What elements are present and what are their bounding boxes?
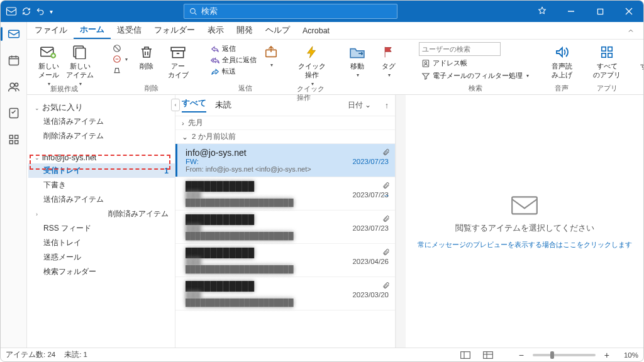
- inbox-unread-count: 1: [164, 167, 169, 175]
- svg-rect-29: [483, 351, 492, 358]
- folder-deleted[interactable]: ›削除済みアイテム: [28, 207, 175, 221]
- tab-all[interactable]: すべて: [182, 98, 206, 112]
- zoom-in-button[interactable]: +: [604, 350, 609, 360]
- forward-button[interactable]: 転送: [208, 66, 259, 77]
- tab-unread[interactable]: 未読: [215, 100, 231, 111]
- rail-more-icon[interactable]: [6, 131, 22, 148]
- msg-date: 2023/07/23: [352, 158, 389, 165]
- svg-rect-2: [597, 9, 602, 14]
- fav-deleted-items[interactable]: 削除済みアイテム: [28, 129, 175, 143]
- menu-folder[interactable]: フォルダー: [148, 23, 201, 38]
- status-unread-count: 未読: 1: [64, 350, 87, 359]
- rail-calendar-icon[interactable]: [6, 52, 22, 69]
- reply-all-button[interactable]: 全員に返信: [208, 55, 259, 65]
- send-receive-all-button[interactable]: すべてのフォルダー を送受信: [637, 42, 644, 90]
- favorites-header[interactable]: ⌄お気に入り: [28, 99, 175, 114]
- share-button[interactable]: [260, 42, 282, 69]
- message-item[interactable]: ███████████ ███2023/03/20 ██████████████…: [175, 277, 395, 310]
- folder-search[interactable]: 検索フォルダー: [28, 265, 175, 279]
- svg-rect-15: [608, 47, 612, 51]
- reading-preview-link[interactable]: 常にメッセージのプレビューを表示する場合はここをクリックします: [418, 240, 632, 250]
- collapse-nav-button[interactable]: ‹: [171, 99, 180, 111]
- attachment-icon: [382, 148, 390, 156]
- ignore-button[interactable]: [110, 43, 130, 53]
- rail-people-icon[interactable]: [6, 79, 22, 95]
- menu-home[interactable]: ホーム: [74, 22, 111, 39]
- close-button[interactable]: [614, 1, 643, 22]
- zoom-slider[interactable]: [533, 354, 596, 356]
- fav-sent-items[interactable]: 送信済みアイテム: [28, 114, 175, 129]
- rail-mail-icon[interactable]: [6, 26, 22, 42]
- message-item[interactable]: ███████████ ███2023/04/26 ██████████████…: [175, 244, 395, 277]
- view-normal-button[interactable]: [458, 350, 472, 360]
- maximize-button[interactable]: [586, 1, 614, 22]
- qat-more-icon[interactable]: ▾: [50, 8, 53, 15]
- message-item[interactable]: → ███████████ ███2023/07/23 ████████████…: [175, 177, 395, 211]
- view-reading-button[interactable]: [481, 350, 495, 360]
- group-delete: 削除: [145, 83, 158, 93]
- svg-point-20: [10, 83, 14, 87]
- delete-button[interactable]: 削除: [131, 42, 162, 72]
- folder-move-icon: [348, 43, 366, 61]
- folder-inbox[interactable]: 受信トレイ1: [28, 163, 175, 178]
- menu-sendreceive[interactable]: 送受信: [111, 23, 148, 38]
- svg-rect-28: [460, 351, 470, 358]
- tag-button[interactable]: タグ: [374, 42, 404, 79]
- group-older[interactable]: ⌄2 か月前以前: [175, 130, 395, 144]
- junk-button[interactable]: [110, 54, 130, 64]
- reply-button[interactable]: 返信: [208, 43, 259, 54]
- account-header[interactable]: ⌄info@jo-sys.net: [28, 150, 175, 163]
- folder-sent[interactable]: 送信済みアイテム: [28, 192, 175, 207]
- svg-rect-18: [8, 30, 19, 38]
- folder-outbox[interactable]: 送信トレイ: [28, 236, 175, 250]
- sort-by-button[interactable]: 日付 ⌄: [348, 101, 371, 110]
- new-items-button[interactable]: 新しい アイテム: [65, 42, 95, 88]
- qat-undo-icon[interactable]: [36, 7, 45, 16]
- sort-direction-button[interactable]: ↑: [385, 101, 389, 110]
- zoom-level: 10%: [618, 351, 638, 359]
- filter-email-button[interactable]: 電子メールのフィルター処理: [419, 70, 531, 81]
- title-bar: ▾ 検索: [1, 1, 643, 22]
- new-items-icon: [71, 43, 89, 61]
- folder-junk[interactable]: 迷惑メール: [28, 250, 175, 265]
- coming-soon-icon[interactable]: [528, 1, 557, 22]
- quick-steps-button[interactable]: クイック 操作: [297, 42, 327, 88]
- zoom-out-button[interactable]: −: [519, 350, 524, 360]
- message-item-selected[interactable]: info@jo-sys.net FW:2023/07/23 From: info…: [175, 144, 395, 177]
- message-list-scrollbar[interactable]: [396, 95, 406, 348]
- group-prev-month[interactable]: ›先月: [175, 116, 395, 130]
- cleanup-button[interactable]: [110, 65, 130, 75]
- attachment-icon: [382, 214, 390, 223]
- svg-point-13: [425, 62, 427, 64]
- minimize-button[interactable]: [557, 1, 586, 22]
- folder-pane: ⌄お気に入り 送信済みアイテム 削除済みアイテム ⌄info@jo-sys.ne…: [28, 95, 175, 348]
- message-item[interactable]: ███████████ ███2023/07/23 ██████████████…: [175, 211, 395, 244]
- apps-icon: [598, 43, 616, 61]
- reading-pane: 閲覧するアイテムを選択してください 常にメッセージのプレビューを表示する場合はこ…: [406, 95, 643, 348]
- menu-dev[interactable]: 開発: [230, 23, 259, 38]
- menu-file[interactable]: ファイル: [28, 23, 74, 38]
- user-search-input[interactable]: [419, 42, 501, 56]
- read-aloud-button[interactable]: 音声読 み上げ: [547, 42, 577, 81]
- rail-tasks-icon[interactable]: [6, 105, 22, 121]
- svg-rect-19: [9, 57, 18, 65]
- svg-rect-10: [172, 51, 183, 58]
- global-search-input[interactable]: 検索: [184, 4, 397, 19]
- group-reply: 返信: [238, 83, 252, 93]
- folder-rss[interactable]: RSS フィード: [28, 221, 175, 236]
- menu-acrobat[interactable]: Acrobat: [296, 24, 336, 38]
- all-apps-button[interactable]: すべて のアプリ: [592, 42, 622, 81]
- menu-view[interactable]: 表示: [201, 23, 230, 38]
- move-button[interactable]: 移動: [342, 42, 372, 79]
- status-item-count: アイテム数: 24: [6, 350, 55, 359]
- archive-button[interactable]: アー カイブ: [163, 42, 193, 81]
- ribbon-collapse-icon[interactable]: [621, 25, 643, 37]
- new-mail-icon: [40, 43, 57, 61]
- qat-sync-icon[interactable]: [22, 7, 31, 16]
- new-mail-button[interactable]: 新しい メール: [33, 42, 64, 88]
- trash-icon: [138, 43, 155, 61]
- address-book-button[interactable]: アドレス帳: [419, 58, 531, 69]
- group-new: 新規作成: [50, 84, 78, 94]
- folder-drafts[interactable]: 下書き: [28, 178, 175, 192]
- menu-help[interactable]: ヘルプ: [259, 23, 296, 38]
